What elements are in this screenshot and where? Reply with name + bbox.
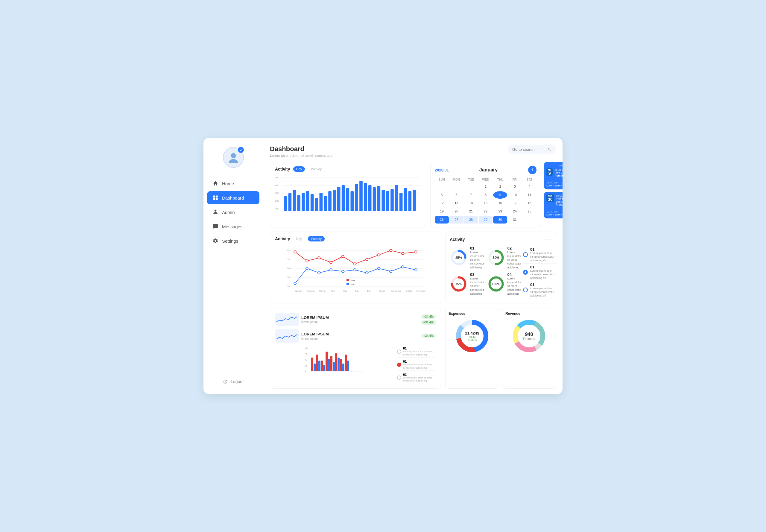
- stats-right-item-2: 01 Lorem ipsum dolor sit amet consectetu…: [397, 359, 436, 371]
- cal-day-highlighted[interactable]: 26: [435, 216, 449, 224]
- svg-rect-40: [408, 191, 412, 211]
- act-right-desc-2: Lorem ipsum dolor sit amet consectetur a…: [530, 269, 556, 280]
- cal-day[interactable]: 14: [464, 199, 478, 207]
- cal-day-highlighted[interactable]: 30: [493, 216, 507, 224]
- revenue-title: Revenue: [505, 311, 520, 316]
- svg-text:January: January: [295, 290, 303, 292]
- activity-circles-card: Activity ···: [445, 232, 556, 303]
- more-options-button[interactable]: ···: [545, 236, 551, 242]
- svg-point-83: [402, 266, 404, 268]
- svg-rect-116: [318, 361, 320, 371]
- cal-day[interactable]: 20: [449, 208, 463, 215]
- svg-rect-34: [382, 190, 385, 211]
- cal-day[interactable]: 29: [479, 216, 493, 224]
- svg-rect-30: [364, 183, 367, 211]
- sidebar-item-home[interactable]: Home: [207, 177, 259, 190]
- line-chart-title: Activity: [275, 236, 290, 241]
- cal-day[interactable]: 12: [435, 199, 449, 207]
- cal-day[interactable]: 8: [479, 191, 493, 199]
- activity-line-chart-card: Activity Day Weekly Mon Tue Wed Thu Sat: [270, 232, 441, 303]
- stats-label-1: LOREM IPSUM lorem ipsum: [301, 315, 419, 324]
- cal-day[interactable]: 4: [522, 183, 536, 191]
- cal-day[interactable]: 21: [464, 208, 478, 215]
- cal-day[interactable]: 7: [464, 191, 478, 199]
- act-right-content-1: 01 Lorem ipsum dolor sit amet consectetu…: [530, 247, 556, 262]
- cal-day-today[interactable]: 9: [493, 191, 507, 199]
- svg-point-63: [294, 251, 296, 253]
- tab-weekly-button[interactable]: Weekly: [308, 166, 325, 172]
- nav-items: Home Dashboard Admin Messages: [203, 177, 263, 249]
- svg-point-65: [318, 257, 320, 259]
- cal-day[interactable]: [449, 183, 463, 191]
- cal-day[interactable]: 24: [508, 208, 522, 215]
- expenses-value: 21.424$: [465, 331, 479, 335]
- stats-badge-1a: +34.4%: [421, 314, 436, 319]
- circle-text-1: 01 Lorem ipsum dolor sit amet consectetu…: [470, 246, 484, 269]
- act-right-content-3: 01 Lorem ipsum dolor sit amet consectetu…: [530, 282, 556, 297]
- event-tue-first: TUE 30 18:01 am Pick up documents from a…: [546, 194, 563, 206]
- add-event-button[interactable]: +: [528, 166, 536, 174]
- cal-day[interactable]: 17: [508, 199, 522, 207]
- expenses-title: Expenses: [449, 311, 465, 316]
- calendar-card: 2020/01 January + SUN MON TUE WED THU FR…: [430, 162, 541, 227]
- svg-text:200: 200: [275, 200, 279, 202]
- donut-label-4: 100%: [492, 282, 500, 286]
- sidebar-item-admin[interactable]: Admin: [207, 206, 259, 219]
- svg-point-82: [390, 270, 392, 273]
- cal-day[interactable]: 31: [508, 216, 522, 224]
- svg-text:300: 300: [275, 192, 279, 194]
- svg-text:75: 75: [305, 353, 307, 355]
- sidebar-item-settings[interactable]: Settings: [207, 234, 259, 247]
- cal-day[interactable]: 2: [493, 183, 507, 191]
- sidebar-item-dashboard[interactable]: Dashboard: [207, 191, 259, 204]
- cal-day[interactable]: 18: [522, 199, 536, 207]
- admin-icon: [212, 209, 218, 215]
- logout-button[interactable]: Logout: [218, 375, 249, 388]
- tab-day-button[interactable]: Day: [293, 166, 305, 172]
- svg-rect-120: [338, 358, 340, 371]
- tab-day-line-button[interactable]: Day: [293, 236, 305, 241]
- cal-day[interactable]: 3: [508, 183, 522, 191]
- cal-day[interactable]: 11: [522, 191, 536, 199]
- cal-day[interactable]: 10: [508, 191, 522, 199]
- svg-rect-19: [315, 198, 318, 211]
- cal-day[interactable]: 19: [435, 208, 449, 215]
- act-radio-2: [523, 270, 528, 275]
- sidebar-label-messages: Messages: [222, 224, 242, 229]
- sparkline-svg-2: [276, 331, 297, 341]
- cal-day[interactable]: 16: [493, 199, 507, 207]
- revenue-center: 940 February: [523, 332, 535, 341]
- activity-bar-chart-card: Activity Day Weekly 500 400 300 200 100: [270, 162, 426, 227]
- cal-day[interactable]: 28: [464, 216, 478, 224]
- cal-day[interactable]: 5: [435, 191, 449, 199]
- cal-day[interactable]: 13: [449, 199, 463, 207]
- cal-day[interactable]: [464, 183, 478, 191]
- stats-circle-1: [397, 349, 401, 354]
- cal-day[interactable]: 15: [479, 199, 493, 207]
- cal-day[interactable]: 23: [493, 208, 507, 215]
- calendar-section: 2020/01 January + SUN MON TUE WED THU FR…: [430, 162, 556, 227]
- act-right-content-2: 01 Lorem ipsum dolor sit amet consectetu…: [530, 265, 556, 280]
- cal-day[interactable]: 25: [522, 208, 536, 215]
- top-row: Activity Day Weekly 500 400 300 200 100: [270, 162, 556, 227]
- cal-day[interactable]: 1: [479, 183, 493, 191]
- stats-right-num-3: 01: [403, 373, 436, 376]
- search-input[interactable]: [512, 147, 545, 152]
- sparkline-2: [275, 329, 299, 343]
- event-fri-date: FRI 9: [546, 168, 553, 176]
- cal-day[interactable]: 6: [449, 191, 463, 199]
- expenses-donut: 21.424$ +3.44 +1.88%: [454, 318, 490, 354]
- sidebar-item-messages[interactable]: Messages: [207, 220, 259, 233]
- act-radio-3: [523, 288, 528, 292]
- search-bar[interactable]: [508, 145, 556, 154]
- cal-day[interactable]: [435, 183, 449, 191]
- svg-text:March: March: [319, 290, 325, 292]
- stats-bottom: 100 75 50 25 0: [275, 346, 436, 383]
- cal-day[interactable]: 22: [479, 208, 493, 215]
- tab-weekly-line-button[interactable]: Weekly: [308, 236, 325, 241]
- act-right-item-1: 01 Lorem ipsum dolor sit amet consectetu…: [523, 246, 556, 264]
- cal-day[interactable]: 27: [449, 216, 463, 224]
- svg-point-70: [378, 254, 380, 256]
- circle-item-2: 50% 02 Lorem ipsum dolor sit amet consec…: [487, 246, 522, 269]
- cal-day[interactable]: [522, 216, 536, 224]
